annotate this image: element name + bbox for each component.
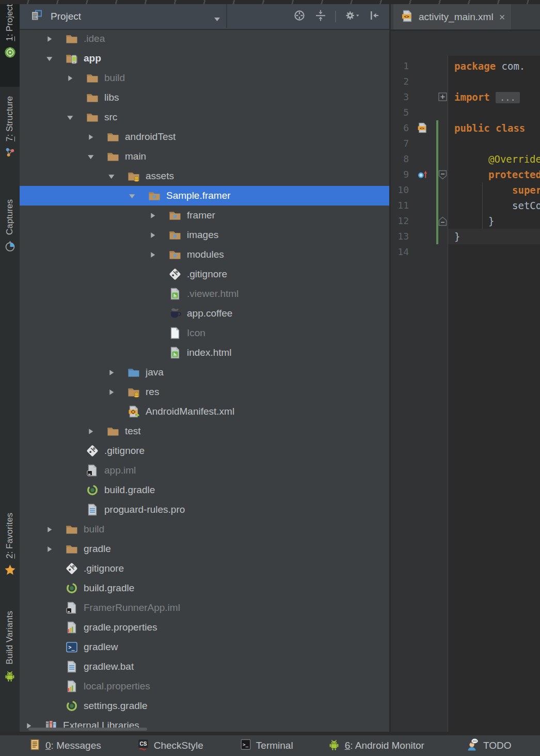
tree-row[interactable]: AndroidManifest.xml: [20, 402, 389, 421]
tree-row[interactable]: libs: [20, 88, 389, 107]
tree-row[interactable]: gradlew.bat: [20, 657, 389, 676]
tree-row[interactable]: local.properties: [20, 676, 389, 696]
tree-row[interactable]: .idea: [20, 29, 389, 49]
toolbar-button-0-messages[interactable]: 0: Messages: [29, 738, 101, 753]
code-line[interactable]: setContentView: [448, 198, 540, 213]
expand-arrow-icon[interactable]: [107, 369, 121, 376]
tree-item-label: framer: [187, 210, 215, 221]
svg-text:<>: <>: [420, 126, 425, 131]
tree-row[interactable]: app.coffee: [20, 304, 389, 323]
override-gutter-icon[interactable]: [417, 168, 428, 180]
xml-file-gutter-icon[interactable]: <>: [417, 122, 428, 134]
tree-row[interactable]: build: [20, 519, 389, 539]
tree-item-label: assets: [146, 170, 174, 182]
folder-icon: [86, 71, 100, 85]
code-line[interactable]: [448, 136, 540, 151]
tree-row[interactable]: FramerRunnerApp.iml: [20, 598, 389, 618]
toolbar-button-checkstyle[interactable]: CSCheckStyle: [137, 738, 203, 753]
collapse-arrow-icon[interactable]: [107, 172, 121, 180]
tree-row[interactable]: modules: [20, 245, 389, 264]
code-line[interactable]: [448, 74, 540, 89]
locate-icon[interactable]: [293, 9, 306, 24]
tree-row[interactable]: gradle: [20, 539, 389, 559]
tool-window-button-build-variants[interactable]: Build Variants: [0, 611, 20, 714]
expand-arrow-icon[interactable]: [87, 133, 100, 141]
tree-row[interactable]: framer: [20, 206, 389, 225]
panel-title: Project: [51, 11, 81, 22]
tool-window-button-captures[interactable]: Captures: [0, 199, 20, 278]
code-line[interactable]: @Override: [448, 151, 540, 167]
tree-row[interactable]: .gitignore: [20, 559, 389, 578]
code-line[interactable]: import ...: [448, 89, 540, 105]
expand-arrow-icon[interactable]: [149, 212, 162, 219]
code-line[interactable]: }: [448, 229, 540, 244]
expand-arrow-icon[interactable]: [107, 388, 121, 396]
tree-row[interactable]: main: [20, 147, 389, 166]
tab-activity-main-xml[interactable]: <> activity_main.xml ×: [393, 4, 511, 29]
expand-arrow-icon[interactable]: [149, 251, 162, 259]
close-icon[interactable]: ×: [499, 12, 505, 22]
tree-item-label: gradle: [84, 543, 111, 555]
code-line[interactable]: package com.: [448, 58, 540, 74]
tree-row[interactable]: build.gradle: [20, 480, 389, 500]
tree-row[interactable]: androidTest: [20, 127, 389, 147]
collapse-all-icon[interactable]: [314, 9, 327, 24]
tool-window-button-1-project[interactable]: 1: Project: [0, 4, 20, 87]
toolbar-button-6-android-monitor[interactable]: 6: Android Monitor: [327, 738, 424, 753]
tree-horizontal-scrollbar[interactable]: [28, 728, 147, 731]
tree-row[interactable]: test: [20, 421, 389, 441]
chevron-down-icon[interactable]: [213, 15, 221, 24]
tree-row[interactable]: assets: [20, 166, 389, 186]
tree-row[interactable]: >_gradlew: [20, 637, 389, 657]
hide-icon[interactable]: [368, 9, 381, 24]
code-line[interactable]: protected: [448, 167, 540, 182]
code-line[interactable]: super: [448, 182, 540, 198]
tree-row[interactable]: app: [20, 49, 389, 68]
tree-row[interactable]: h.viewer.html: [20, 284, 389, 304]
tree-row[interactable]: build.gradle: [20, 578, 389, 598]
expand-arrow-icon[interactable]: [87, 428, 100, 435]
tree-row[interactable]: java: [20, 363, 389, 382]
tool-window-button-2-favorites[interactable]: 2: Favorites: [0, 513, 20, 602]
gutter-row: 12: [391, 213, 448, 229]
collapse-arrow-icon[interactable]: [87, 153, 100, 161]
expand-arrow-icon[interactable]: [45, 545, 59, 553]
collapse-arrow-icon[interactable]: [128, 192, 141, 200]
tree-row[interactable]: Icon: [20, 323, 389, 343]
fold-marker-icon[interactable]: [438, 92, 447, 103]
folder-icon: [106, 150, 121, 163]
collapse-arrow-icon[interactable]: [45, 55, 59, 62]
expand-arrow-icon[interactable]: [66, 74, 80, 82]
tree-row[interactable]: gradle.properties: [20, 618, 389, 637]
collapse-arrow-icon[interactable]: [66, 114, 80, 121]
tree-row[interactable]: images: [20, 225, 389, 245]
code-line[interactable]: [448, 105, 540, 120]
fold-marker-icon[interactable]: [438, 216, 447, 228]
expand-arrow-icon[interactable]: [45, 526, 59, 533]
tree-row[interactable]: settings.gradle: [20, 696, 389, 716]
tree-row[interactable]: res: [20, 382, 389, 402]
toolbar-button-terminal[interactable]: >_Terminal: [240, 738, 293, 753]
tree-row[interactable]: .gitignore: [20, 441, 389, 461]
gutter-row: 7: [391, 136, 448, 151]
tree-row[interactable]: Sample.framer: [20, 186, 389, 206]
fold-marker-icon[interactable]: [438, 170, 447, 182]
expand-arrow-icon[interactable]: [149, 231, 162, 239]
tree-row[interactable]: app.iml: [20, 461, 389, 480]
tree-row[interactable]: build: [20, 68, 389, 88]
tool-window-button-7-structure[interactable]: 7: Structure: [0, 96, 20, 174]
android-module-icon: [65, 52, 80, 65]
tree-row[interactable]: .gitignore: [20, 264, 389, 284]
code-line[interactable]: public class: [448, 120, 540, 136]
tree-row[interactable]: src: [20, 107, 389, 127]
toolbar-button-todo[interactable]: TODO: [466, 738, 512, 753]
tree-row[interactable]: hindex.html: [20, 343, 389, 363]
tree-row[interactable]: proguard-rules.pro: [20, 500, 389, 519]
line-number: 1: [391, 58, 409, 74]
gear-icon[interactable]: [344, 9, 360, 24]
expand-arrow-icon[interactable]: [45, 35, 59, 43]
coffee-icon: [168, 307, 183, 320]
code-line[interactable]: [448, 244, 540, 260]
code-line[interactable]: }: [448, 213, 540, 229]
project-view-icon: [30, 9, 43, 24]
